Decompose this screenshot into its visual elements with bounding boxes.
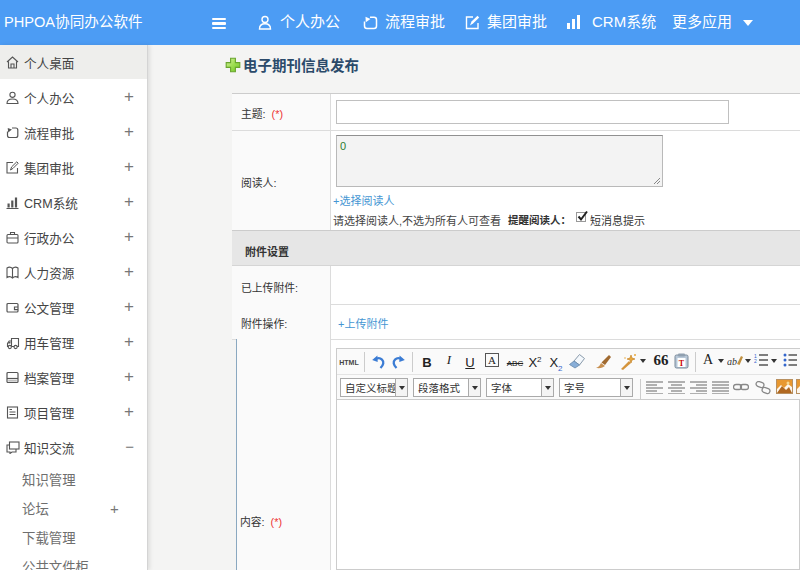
svg-text:2: 2 <box>754 357 757 364</box>
svg-text:ab: ab <box>727 356 737 367</box>
svg-text:T: T <box>679 359 685 368</box>
